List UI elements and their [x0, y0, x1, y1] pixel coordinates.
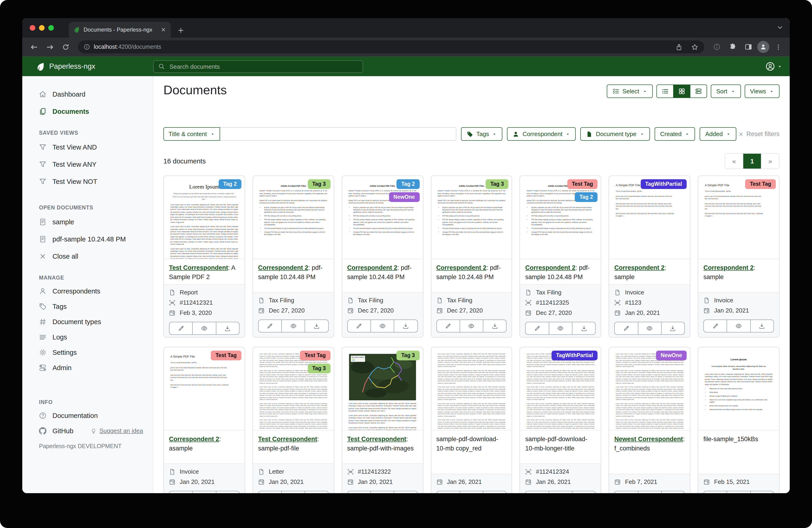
document-thumbnail[interactable]: Lorem ipsum dolor sit amet, consectetur …	[520, 347, 601, 430]
share-button[interactable]	[673, 41, 685, 53]
views-dropdown-button[interactable]: Views	[744, 85, 780, 98]
tag-badge[interactable]: Tag 3	[308, 179, 330, 189]
reset-filters-button[interactable]: Reset filters	[738, 127, 780, 141]
extensions-puzzle-icon[interactable]	[726, 40, 740, 54]
filter-added-dropdown[interactable]: Added	[700, 127, 736, 141]
view-button[interactable]	[192, 322, 216, 334]
download-button[interactable]	[483, 320, 506, 332]
view-button[interactable]	[192, 491, 216, 493]
edit-button[interactable]	[348, 491, 371, 493]
correspondent-link[interactable]: Newest Correspondent	[614, 436, 683, 443]
sidebar-item-admin[interactable]: Admin	[22, 360, 153, 375]
edit-button[interactable]	[437, 491, 460, 493]
browser-profile-avatar[interactable]	[757, 41, 769, 53]
extension-icon[interactable]	[710, 40, 724, 54]
correspondent-link[interactable]: Correspondent 2	[704, 264, 754, 271]
filter-text-input[interactable]	[220, 127, 456, 141]
filter-correspondent-dropdown[interactable]: Correspondent	[507, 127, 576, 141]
sidebar-item-test-view-not[interactable]: Test View NOT	[22, 173, 153, 190]
download-button[interactable]	[216, 491, 239, 493]
sidebar-item-documents[interactable]: Documents	[22, 103, 153, 120]
tag-badge[interactable]: Tag 2	[397, 179, 419, 189]
sidebar-item-correspondents[interactable]: Correspondents	[22, 283, 153, 299]
suggest-an-idea-link[interactable]: Suggest an idea	[90, 427, 143, 434]
site-info-icon[interactable]	[84, 44, 90, 50]
tag-badge[interactable]: Test Tag	[300, 351, 330, 360]
download-button[interactable]	[750, 320, 773, 332]
sidebar-item-document-types[interactable]: Document types	[22, 314, 153, 329]
document-thumbnail[interactable]: A Simple PDF FileThis is a small demonst…	[164, 347, 245, 430]
edit-button[interactable]	[704, 320, 727, 332]
side-panel-icon[interactable]	[741, 40, 755, 54]
edit-button[interactable]	[259, 320, 281, 332]
download-button[interactable]	[305, 491, 328, 493]
tab-search-chevron-icon[interactable]	[777, 24, 783, 31]
tag-badge[interactable]: TagWithPartial	[640, 179, 687, 189]
sidebar-item-pdf-sample-10-24-48-pm[interactable]: pdf-sample 10.24.48 PM	[22, 230, 153, 247]
tag-badge[interactable]: Tag 2	[575, 192, 597, 202]
display-mode-list-button[interactable]	[656, 85, 673, 98]
tag-badge[interactable]: Test Tag	[745, 179, 776, 189]
tag-badge[interactable]: Tag 3	[308, 363, 330, 373]
sidebar-item-test-view-any[interactable]: Test View ANY	[22, 156, 153, 173]
correspondent-link[interactable]: Correspondent 2	[258, 264, 308, 271]
correspondent-link[interactable]: Correspondent 2	[614, 264, 665, 271]
tag-badge[interactable]: Tag 3	[485, 179, 508, 189]
tag-badge[interactable]: Tag 3	[397, 351, 419, 360]
back-button[interactable]	[27, 40, 41, 54]
view-button[interactable]	[638, 491, 661, 493]
download-button[interactable]	[661, 491, 684, 493]
sidebar-item-documentation[interactable]: Documentation	[22, 408, 153, 423]
download-button[interactable]	[483, 491, 506, 493]
sidebar-item-dashboard[interactable]: Dashboard	[22, 85, 153, 103]
pagination-prev-button[interactable]: «	[725, 154, 743, 169]
correspondent-link[interactable]: Correspondent 2	[169, 436, 219, 443]
download-button[interactable]	[661, 322, 684, 334]
edit-button[interactable]	[615, 491, 638, 493]
tag-badge[interactable]: Test Tag	[211, 351, 242, 360]
sidebar-item-close-all[interactable]: Close all	[22, 247, 153, 265]
select-dropdown-button[interactable]: Select	[607, 85, 653, 98]
document-thumbnail[interactable]: Boundary Waters TripLorem ipsum dolor si…	[342, 347, 423, 430]
edit-button[interactable]	[348, 320, 371, 332]
download-button[interactable]	[572, 322, 595, 334]
bookmark-star-icon[interactable]	[688, 41, 700, 53]
pagination-next-button[interactable]: »	[761, 154, 779, 169]
app-brand[interactable]: Paperless-ngx	[22, 62, 153, 71]
correspondent-link[interactable]: Correspondent 2	[347, 264, 397, 271]
display-mode-grid-button[interactable]	[673, 85, 690, 98]
document-thumbnail[interactable]: Adobe Acrobat PDF FilesAdobe® Portable D…	[253, 176, 334, 259]
filter-field-selector[interactable]: Title & content	[163, 127, 220, 141]
correspondent-link[interactable]: Correspondent 2	[525, 264, 576, 271]
filter-created-dropdown[interactable]: Created	[655, 127, 695, 141]
edit-button[interactable]	[704, 491, 727, 493]
browser-menu-kebab-icon[interactable]	[771, 40, 785, 54]
document-thumbnail[interactable]: A Simple PDF FileThis is a small demonst…	[698, 176, 779, 259]
download-button[interactable]	[394, 320, 417, 332]
close-window-button[interactable]	[30, 25, 35, 31]
sidebar-item-tags[interactable]: Tags	[22, 299, 153, 314]
view-button[interactable]	[460, 320, 483, 332]
tab-close-icon[interactable]	[161, 27, 166, 32]
document-thumbnail[interactable]: Adobe Acrobat PDF FilesAdobe® Portable D…	[520, 176, 601, 259]
view-button[interactable]	[549, 491, 572, 493]
pagination-page-1[interactable]: 1	[743, 154, 761, 169]
view-button[interactable]	[727, 320, 750, 332]
view-button[interactable]	[727, 491, 750, 493]
edit-button[interactable]	[170, 322, 192, 334]
tag-badge[interactable]: Test Tag	[567, 179, 597, 189]
user-menu[interactable]	[766, 62, 782, 71]
sidebar-item-test-view-and[interactable]: Test View AND	[22, 138, 153, 156]
document-thumbnail[interactable]: Lorem ipsumLorem ipsum dolor sit amet, c…	[698, 347, 779, 430]
edit-button[interactable]	[526, 322, 549, 334]
document-thumbnail[interactable]: Adobe Acrobat PDF FilesAdobe® Portable D…	[431, 176, 512, 259]
global-search[interactable]	[153, 60, 363, 73]
view-button[interactable]	[371, 320, 394, 332]
sidebar-item-settings[interactable]: Settings	[22, 345, 153, 360]
correspondent-link[interactable]: Test Correspondent	[169, 264, 228, 271]
sidebar-item-github[interactable]: GitHubSuggest an idea	[22, 423, 153, 438]
zoom-window-button[interactable]	[48, 25, 54, 31]
download-button[interactable]	[572, 491, 595, 493]
forward-button[interactable]	[43, 40, 57, 54]
sidebar-item-sample[interactable]: sample	[22, 213, 153, 230]
